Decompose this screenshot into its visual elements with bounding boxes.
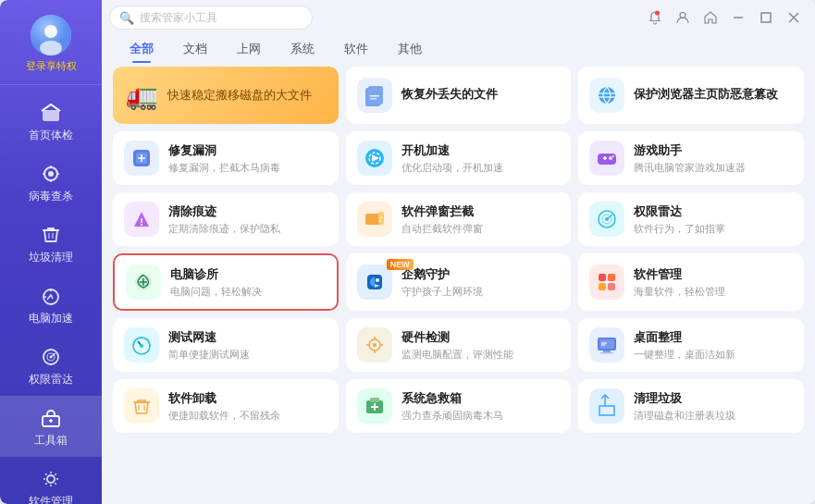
tool-recover-info: 恢复外丢失的文件 [401, 86, 561, 104]
sidebar-login-text[interactable]: 登录享特权 [26, 59, 77, 73]
tool-rescue-info: 系统急救箱 强力查杀顽固病毒木马 [401, 390, 561, 423]
tab-other[interactable]: 其他 [385, 35, 435, 63]
search-bar[interactable]: 🔍 搜索管家小工具 [109, 6, 313, 30]
tool-softmgr-info: 软件管理 海量软件，轻松管理 [634, 266, 793, 299]
minimize-button[interactable] [728, 7, 748, 28]
software-mgr-icon-wrap [589, 264, 624, 300]
sidebar: 登录享特权 首页体检 [0, 0, 102, 504]
tool-hw-check[interactable]: 硬件检测 监测电脑配置，评测性能 [346, 318, 572, 372]
tool-guard-info: 企鹅守护 守护孩子上网环境 [401, 266, 561, 299]
svg-rect-32 [370, 98, 377, 100]
speed-test-icon-wrap [124, 327, 159, 363]
tool-software-block[interactable]: 软件弹窗拦截 自动拦截软件弹窗 [346, 192, 572, 246]
tool-speed-test[interactable]: 测试网速 简单便捷测试网速 [113, 318, 339, 372]
tool-desktop-clean[interactable]: 桌面整理 一键整理，桌面洁如新 [578, 318, 804, 372]
sidebar-item-trash[interactable]: 垃圾清理 [0, 213, 102, 274]
virus-icon [38, 161, 64, 187]
software-mgmt-icon [38, 466, 64, 492]
pc-clinic-icon-wrap [126, 264, 161, 300]
trash-clean-icon [38, 222, 64, 248]
tool-desktop-desc: 一键整理，桌面洁如新 [634, 348, 793, 362]
close-button[interactable] [784, 7, 804, 28]
svg-rect-31 [370, 95, 379, 97]
boot-speed-icon-wrap [357, 141, 392, 176]
svg-point-43 [609, 156, 612, 160]
tool-boot-desc: 优化启动项，开机加速 [401, 161, 561, 175]
tab-net[interactable]: 上网 [224, 35, 274, 63]
truck-icon: 🚛 [126, 80, 158, 111]
sidebar-label-speed: 电脑加速 [29, 312, 73, 326]
tool-softmgr-desc: 海量软件，轻松管理 [634, 285, 793, 299]
tool-game-helper[interactable]: 游戏助手 腾讯电脑管家游戏加速器 [578, 131, 804, 185]
tool-speedtest-desc: 简单便捷测试网速 [168, 348, 327, 362]
titlebar-actions [645, 7, 804, 28]
tool-game-info: 游戏助手 腾讯电脑管家游戏加速器 [634, 142, 793, 175]
clear-trace-icon-wrap [124, 202, 159, 237]
sidebar-item-home[interactable]: 首页体检 [0, 91, 102, 152]
tools-grid: 🚛 快速稳定搬移磁盘的大文件 恢复外丢失的文件 [113, 67, 804, 433]
tool-boot-speed[interactable]: 开机加速 优化启动项，开机加速 [346, 131, 572, 185]
titlebar: 🔍 搜索管家小工具 [102, 0, 815, 35]
tool-block-desc: 自动拦截软件弹窗 [401, 222, 561, 236]
nav-tabs: 全部 文档 上网 系统 软件 其他 [102, 35, 815, 63]
tool-rescue-box[interactable]: 系统急救箱 强力查杀顽固病毒木马 [346, 379, 572, 433]
svg-point-22 [47, 475, 55, 483]
svg-rect-3 [43, 110, 59, 121]
tool-pc-clinic[interactable]: 电脑诊所 电脑问题，轻松解决 [113, 253, 339, 311]
sidebar-item-rights[interactable]: 权限雷达 [0, 335, 102, 396]
tool-trace-info: 清除痕迹 定期清除痕迹，保护隐私 [168, 203, 327, 236]
tool-browser-info: 保护浏览器主页防恶意篡改 [634, 86, 793, 104]
enterprise-guard-icon-wrap [357, 264, 392, 300]
tool-uninstall[interactable]: 软件卸载 便捷卸载软件，不留残余 [113, 379, 339, 433]
tool-enterprise-guard[interactable]: NEW 企鹅守护 守护孩子上网环境 [346, 253, 572, 311]
tool-clinic-info: 电脑诊所 电脑问题，轻松解决 [170, 266, 326, 299]
home-btn[interactable] [700, 7, 721, 28]
tool-clinic-desc: 电脑问题，轻松解决 [170, 285, 326, 299]
rights-radar-icon [38, 344, 64, 370]
tab-soft[interactable]: 软件 [331, 35, 381, 63]
tool-trace-name: 清除痕迹 [168, 203, 327, 220]
tool-clean-trash[interactable]: 清理垃圾 清理磁盘和注册表垃圾 [578, 379, 804, 433]
tool-browser-protect[interactable]: 保护浏览器主页防恶意篡改 [578, 67, 804, 124]
tool-rights-name: 权限雷达 [634, 203, 793, 220]
svg-rect-26 [761, 13, 771, 22]
maximize-button[interactable] [756, 7, 776, 28]
search-icon: 🔍 [119, 11, 134, 25]
svg-point-48 [141, 224, 142, 226]
tool-large-file[interactable]: 🚛 快速稳定搬移磁盘的大文件 [113, 67, 339, 124]
sidebar-item-virus[interactable]: 病毒查杀 [0, 152, 102, 213]
tool-software-mgr[interactable]: 软件管理 海量软件，轻松管理 [578, 253, 804, 311]
tool-speedtest-info: 测试网速 简单便捷测试网速 [168, 329, 327, 362]
rights-radar-icon-wrap2 [589, 202, 624, 237]
tab-all[interactable]: 全部 [117, 35, 167, 63]
browser-protect-icon-wrap [589, 78, 624, 113]
content-area: 🚛 快速稳定搬移磁盘的大文件 恢复外丢失的文件 [102, 67, 815, 504]
svg-rect-49 [365, 214, 380, 225]
uninstall-icon-wrap [124, 388, 159, 424]
fix-holes-icon-wrap [124, 141, 159, 176]
tool-rescue-desc: 强力查杀顽固病毒木马 [401, 409, 561, 423]
tool-rights-desc: 软件行为，了如指掌 [634, 222, 793, 236]
sidebar-item-software[interactable]: 软件管理 [0, 457, 102, 504]
sidebar-label-software: 软件管理 [29, 495, 73, 504]
sidebar-label-home: 首页体检 [29, 129, 73, 142]
tool-hwcheck-desc: 监测电脑配置，评测性能 [401, 348, 561, 362]
avatar[interactable] [31, 15, 71, 55]
tab-doc[interactable]: 文档 [170, 35, 220, 63]
sidebar-label-trash: 垃圾清理 [29, 251, 73, 264]
tool-clear-trace[interactable]: 清除痕迹 定期清除痕迹，保护隐私 [113, 192, 339, 246]
sidebar-label-toolbox: 工具箱 [34, 434, 68, 448]
tool-fix-holes[interactable]: 修复漏洞 修复漏洞，拦截木马病毒 [113, 131, 339, 185]
tool-cleantrash-info: 清理垃圾 清理磁盘和注册表垃圾 [634, 390, 793, 423]
user-button[interactable] [673, 7, 693, 28]
tool-desktop-info: 桌面整理 一键整理，桌面洁如新 [634, 329, 793, 362]
tool-uninstall-name: 软件卸载 [168, 390, 327, 407]
svg-rect-64 [608, 274, 615, 281]
tool-recover[interactable]: 恢复外丢失的文件 [346, 67, 572, 124]
tab-sys[interactable]: 系统 [278, 35, 327, 63]
svg-rect-65 [599, 283, 606, 290]
tool-rights-radar[interactable]: 权限雷达 软件行为，了如指掌 [578, 192, 804, 246]
sidebar-item-toolbox[interactable]: 工具箱 [0, 396, 102, 457]
sidebar-item-speed[interactable]: 电脑加速 [0, 274, 102, 335]
notify-button[interactable] [645, 7, 665, 28]
